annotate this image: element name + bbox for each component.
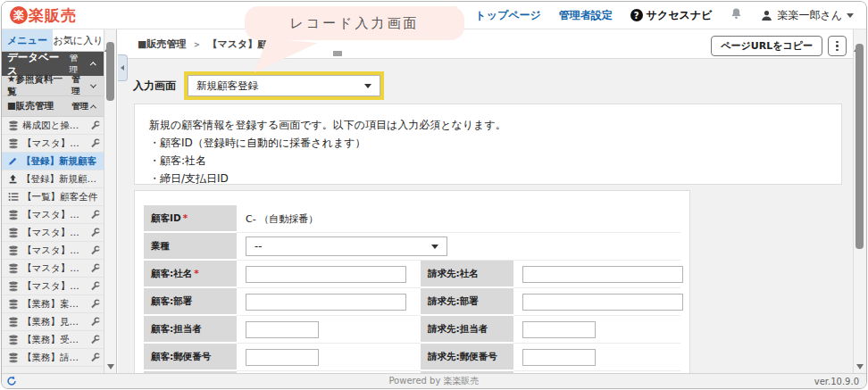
success-navi-link[interactable]: ? サクセスナビ [630, 8, 713, 23]
breadcrumb-separator-icon: ＞ [192, 38, 201, 51]
table-row: 顧客:担当者 請求先:担当者 [144, 316, 680, 344]
app-logo[interactable]: 楽 楽販売 [10, 5, 77, 26]
billing-department-input[interactable] [522, 294, 683, 311]
description-line: ・顧客ID（登録時に自動的に採番されます） [149, 134, 827, 152]
database-icon [8, 228, 19, 238]
wrench-icon[interactable] [90, 245, 100, 255]
question-icon: ? [630, 9, 643, 21]
billing-contact-label: 請求先:担当者 [421, 316, 513, 344]
database-icon [8, 335, 19, 345]
wrench-icon[interactable] [90, 210, 100, 220]
strip-buttons: ページURLをコピー [711, 36, 847, 56]
customer-postal-code-label: 顧客:郵便番号 [144, 344, 237, 371]
footer-bar: Powered by 楽楽販売 ver.10.9.0 [2, 373, 866, 388]
scrollbar-thumb[interactable] [855, 44, 864, 249]
top-page-link[interactable]: トップページ [475, 8, 540, 23]
input-screen-label: 入力画面 [133, 79, 176, 94]
tab-favorites[interactable]: お気に入り [53, 29, 104, 51]
user-menu[interactable]: 楽楽一郎さん [761, 8, 854, 23]
list-icon [8, 192, 19, 202]
database-icon [8, 317, 19, 328]
chevron-down-icon [431, 245, 438, 249]
billing-postal-code-input[interactable] [522, 349, 596, 366]
sidebar-item-master-tax-rate[interactable]: 【マスタ】税率 [2, 242, 104, 260]
input-screen-select[interactable]: 新規顧客登録 [188, 75, 380, 96]
more-options-button[interactable] [828, 36, 847, 56]
sidebar-item-work-case[interactable]: 【業務】案件… [2, 295, 104, 313]
record-entry-form: 顧客ID* C- （自動採番） 業種 -- 顧客:社名* 請求先:社名 [134, 190, 690, 373]
billing-postal-code-label: 請求先:郵便番号 [421, 344, 513, 371]
sidebar-item-register-new-customer[interactable]: 【登録】新規顧客 [2, 153, 104, 170]
sidebar-item-master-closing[interactable]: 【マスタ】締… [2, 260, 104, 278]
main-scrollbar[interactable] [853, 29, 866, 373]
sidebar-item-master-category[interactable]: 【マスタ】カ… [2, 224, 104, 242]
wrench-icon[interactable] [90, 138, 100, 148]
database-icon [8, 138, 19, 149]
sidebar-item-master-customer[interactable]: 【マスタ】顧客 [2, 135, 104, 153]
wrench-icon[interactable] [90, 353, 100, 362]
table-row: 顧客:部署 請求先:部署 [144, 288, 680, 316]
sidebar-collapse-button[interactable] [118, 54, 128, 81]
customer-department-input[interactable] [246, 294, 406, 311]
sidebar-item-list-all-customers[interactable]: 【一覧】顧客全件 [2, 188, 104, 206]
sidebar-item-master-product[interactable]: 【マスタ】商品 [2, 206, 104, 224]
sidebar-item-work-order[interactable]: 【業務】受注… [2, 331, 104, 349]
database-icon [8, 210, 19, 220]
sidebar-group-sales[interactable]: ■販売管理 管理 [2, 96, 104, 117]
database-icon [8, 245, 19, 256]
sidebar-scrollbar[interactable] [104, 29, 117, 373]
sidebar-item-structure[interactable]: 構成図と操作… [2, 117, 104, 135]
wrench-icon[interactable] [90, 263, 100, 273]
billing-contact-input[interactable] [522, 321, 596, 338]
scroll-down-icon[interactable] [107, 364, 114, 369]
customer-postal-code-input[interactable] [246, 349, 319, 366]
wrench-icon[interactable] [90, 299, 100, 309]
chevron-down-icon [847, 13, 854, 18]
wrench-icon[interactable] [90, 317, 100, 327]
industry-label-cell: 業種 [144, 233, 237, 261]
customer-company-name-label: 顧客:社名* [144, 261, 237, 288]
sidebar-item-master-sales-office[interactable]: 【マスタ】営… [2, 278, 104, 295]
customer-contact-label: 顧客:担当者 [144, 316, 237, 344]
billing-company-name-input[interactable] [522, 266, 683, 283]
table-row: 業種 -- [144, 233, 680, 261]
notification-bell-icon[interactable] [730, 7, 743, 24]
wrench-icon[interactable] [90, 281, 100, 291]
customer-company-name-input[interactable] [246, 266, 406, 283]
admin-settings-link[interactable]: 管理者設定 [559, 8, 613, 23]
sidebar-item-work-invoice[interactable]: 【業務】請求… [2, 349, 104, 367]
wrench-icon[interactable] [90, 335, 100, 344]
tab-menu[interactable]: メニュー [2, 29, 53, 51]
sidebar-item-work-quote[interactable]: 【業務】見積… [2, 313, 104, 331]
logo-text: 楽販売 [29, 5, 77, 26]
database-icon [8, 120, 19, 131]
wrench-icon[interactable] [90, 228, 100, 237]
annotation-tooltip: レコード入力画面 [245, 6, 464, 40]
description-line: 新規の顧客情報を登録する画面です。以下の項目は入力必須となります。 [149, 116, 827, 134]
sidebar-item-register-new-customer-import[interactable]: 【登録】新規顧客… [2, 170, 104, 188]
scrollbar-thumb[interactable] [106, 42, 114, 101]
wrench-icon[interactable] [90, 120, 100, 130]
input-screen-row: 入力画面 新規顧客登録 [133, 71, 384, 101]
powered-by-text: Powered by 楽楽販売 [2, 375, 866, 387]
customer-contact-input[interactable] [246, 321, 319, 338]
screen-description: 新規の顧客情報を登録する画面です。以下の項目は入力必須となります。 ・顧客ID（… [134, 104, 842, 185]
upload-icon [8, 174, 18, 184]
sidebar-database-header[interactable]: データベース 管理 [2, 52, 104, 76]
obscured-title-fragment [333, 51, 342, 56]
billing-department-label: 請求先:部署 [421, 288, 513, 316]
copy-page-url-button[interactable]: ページURLをコピー [711, 36, 822, 56]
app-window: 楽 楽販売 現在使用容量： 105 MB トップページ 管理者設定 ? サクセス… [1, 1, 867, 389]
scroll-down-icon[interactable] [856, 364, 864, 369]
description-line: ・顧客:社名 [149, 152, 827, 170]
user-name: 楽楽一郎さん [777, 8, 842, 23]
industry-select[interactable]: -- [246, 236, 447, 256]
breadcrumb-section[interactable]: ■販売管理 [138, 37, 186, 51]
table-row: 顧客:郵便番号 請求先:郵便番号 [144, 344, 680, 371]
logo-circle-icon: 楽 [10, 6, 28, 24]
breadcrumb-strip: ■販売管理 ＞ 【マスタ】顧客 ページURLをコピー [118, 29, 853, 59]
sidebar-tabs: メニュー お気に入り [2, 29, 104, 52]
required-mark: * [183, 212, 188, 223]
sidebar-group-reference[interactable]: ★参照資料一覧 管理 [2, 76, 104, 96]
chevron-up-icon [90, 62, 96, 68]
